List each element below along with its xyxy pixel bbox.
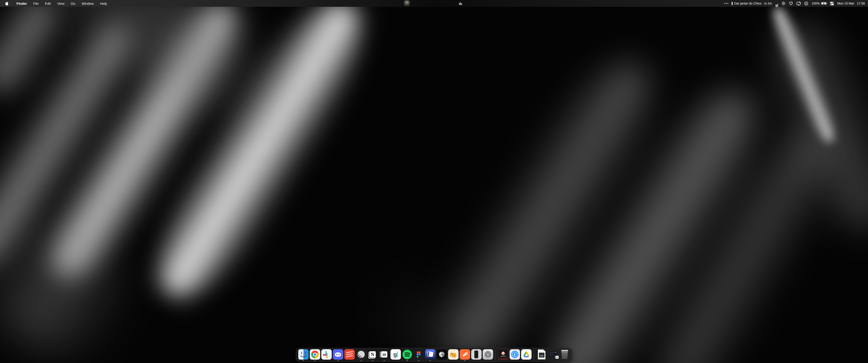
wallpaper bbox=[0, 0, 868, 363]
control-center-icon[interactable] bbox=[830, 0, 834, 7]
active-app-menu[interactable]: Finder bbox=[13, 2, 30, 5]
running-indicator-dot bbox=[464, 360, 465, 361]
menu-items: FileEditViewGoWindowHelp bbox=[30, 2, 110, 5]
apple-menu-icon[interactable] bbox=[5, 1, 9, 6]
date-label: Mon 10 Mar bbox=[837, 2, 854, 5]
dock-finder-icon[interactable] bbox=[298, 348, 309, 362]
running-indicator-dot bbox=[338, 360, 338, 361]
dock-google-drive-icon[interactable] bbox=[521, 348, 532, 362]
display-icon[interactable] bbox=[796, 0, 801, 7]
dock: N10g bbox=[296, 348, 572, 362]
running-indicator-dot bbox=[418, 360, 419, 361]
dock-linear-icon[interactable] bbox=[355, 348, 367, 362]
dock-slack-icon[interactable] bbox=[321, 348, 332, 362]
1password-icon[interactable] bbox=[804, 0, 808, 7]
menu-bar-left: Finder FileEditViewGoWindowHelp bbox=[0, 0, 110, 7]
dock-raycast-icon[interactable]: raycast bbox=[498, 348, 509, 362]
sun-icon[interactable] bbox=[781, 0, 785, 7]
dock-1password-icon[interactable] bbox=[509, 348, 521, 362]
dock-unity-icon[interactable] bbox=[436, 348, 447, 362]
dock-grammarly-icon[interactable]: g bbox=[390, 348, 401, 362]
dock-system-settings-icon[interactable] bbox=[482, 348, 494, 362]
audio-equalizer-icon[interactable] bbox=[459, 2, 462, 5]
time-label: 17:58 bbox=[857, 2, 865, 5]
calendar-event-item[interactable]: Dar jantar do Chico · in 2m bbox=[732, 2, 772, 5]
menu-bar-status-area: Dar jantar do Chico · in 2m g bbox=[724, 0, 868, 7]
desktop[interactable]: Finder FileEditViewGoWindowHelp Dar jant… bbox=[0, 0, 868, 363]
battery-status[interactable]: 100% bbox=[811, 2, 827, 5]
running-indicator-dot bbox=[383, 360, 384, 361]
grammarly-icon[interactable]: g bbox=[775, 0, 778, 7]
menu-window[interactable]: Window bbox=[79, 2, 97, 5]
menu-help[interactable]: Help bbox=[97, 2, 110, 5]
menu-bar: Finder FileEditViewGoWindowHelp Dar jant… bbox=[0, 0, 868, 7]
dock-notion-calendar-icon[interactable]: 10 bbox=[378, 348, 390, 362]
dock-discord-icon[interactable] bbox=[332, 348, 344, 362]
dock-separator bbox=[495, 350, 496, 360]
dock-postman-icon[interactable] bbox=[459, 348, 471, 362]
dock-paste-icon[interactable] bbox=[425, 348, 436, 362]
dock-postico-icon[interactable] bbox=[447, 348, 459, 362]
overflow-ellipsis-icon[interactable] bbox=[724, 0, 728, 7]
event-color-bar bbox=[732, 2, 733, 5]
dock-spotify-icon[interactable] bbox=[401, 348, 413, 362]
running-indicator-dot bbox=[314, 360, 315, 361]
running-indicator-dot bbox=[372, 360, 373, 361]
dock-minimized-window-icon[interactable]: 11 bbox=[548, 348, 559, 362]
dock-notion-icon[interactable]: N bbox=[367, 348, 378, 362]
menu-file[interactable]: File bbox=[30, 2, 42, 5]
clock[interactable]: Mon 10 Mar 17:58 bbox=[837, 2, 865, 5]
running-indicator-dot bbox=[430, 360, 431, 361]
battery-icon bbox=[821, 2, 827, 5]
event-label: Dar jantar do Chico · in 2m bbox=[734, 2, 772, 5]
menu-edit[interactable]: Edit bbox=[42, 2, 54, 5]
menu-go[interactable]: Go bbox=[68, 2, 79, 5]
dock-document-file-icon[interactable] bbox=[536, 348, 548, 362]
dock-chrome-icon[interactable] bbox=[309, 348, 321, 362]
now-playing-album-art[interactable] bbox=[404, 0, 410, 6]
dock-figma-icon[interactable] bbox=[413, 348, 425, 362]
running-indicator-dot bbox=[407, 360, 408, 361]
running-indicator-dot bbox=[303, 360, 304, 361]
menu-view[interactable]: View bbox=[54, 2, 68, 5]
dock-todoist-icon[interactable] bbox=[344, 348, 355, 362]
dock-iphone-mirroring-icon[interactable] bbox=[471, 348, 482, 362]
pick-icon[interactable] bbox=[789, 0, 793, 7]
battery-percent: 100% bbox=[811, 2, 819, 5]
dock-trash-icon[interactable] bbox=[559, 348, 570, 362]
running-indicator-dot bbox=[361, 360, 362, 361]
